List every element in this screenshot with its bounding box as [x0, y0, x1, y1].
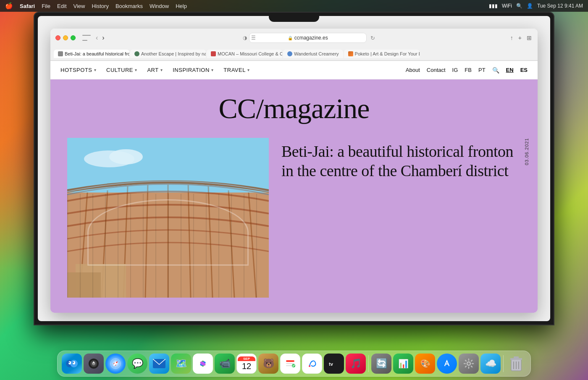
- article-date: 03.06.2021: [524, 138, 529, 165]
- sidebar-toggle[interactable]: [82, 35, 91, 41]
- numbers-icon: 📊: [398, 359, 409, 369]
- finder-icon: [66, 357, 78, 370]
- svg-line-52: [471, 366, 472, 367]
- menubar-datetime: Tue Sep 12 9:41 AM: [537, 3, 583, 9]
- menubar-file[interactable]: File: [42, 3, 50, 9]
- nav-hotspots-label: HOTSPOTS: [60, 67, 92, 73]
- svg-rect-3: [67, 193, 269, 298]
- nav-art[interactable]: ART ▾: [147, 67, 163, 73]
- maps-icon: 🗺️: [176, 358, 187, 369]
- menubar-edit[interactable]: Edit: [57, 3, 66, 9]
- culture-chevron-icon: ▾: [135, 68, 137, 72]
- maximize-button[interactable]: [71, 35, 76, 40]
- menubar-window[interactable]: Window: [150, 3, 169, 9]
- dock-mail[interactable]: [149, 354, 169, 374]
- menubar-help[interactable]: Help: [176, 3, 187, 9]
- nav-culture-label: CULTURE: [106, 67, 133, 73]
- nav-about[interactable]: About: [406, 67, 420, 73]
- article-title[interactable]: Beti-Jai: a beautiful historical fronton…: [281, 142, 521, 180]
- tab-3[interactable]: MOCAN – Missouri College & Career Attain…: [207, 50, 282, 58]
- apple-menu[interactable]: 🍎: [5, 2, 13, 10]
- tab-5[interactable]: Poketo | Art & Design For Your Every Day: [344, 50, 420, 58]
- url-text: ccmagazine.es: [294, 35, 328, 41]
- sidebar-button[interactable]: ⊞: [526, 34, 533, 42]
- hero-image: [67, 138, 269, 298]
- svg-rect-15: [67, 138, 269, 193]
- dock-trash[interactable]: [506, 354, 526, 374]
- dock-migration[interactable]: 🔄: [371, 354, 391, 374]
- dock-safari[interactable]: [105, 354, 126, 374]
- new-tab-button[interactable]: +: [517, 34, 522, 42]
- nav-inspiration[interactable]: INSPIRATION ▾: [173, 67, 213, 73]
- lang-en[interactable]: EN: [506, 67, 514, 73]
- forward-button[interactable]: ›: [100, 33, 106, 42]
- dock-launchpad[interactable]: [84, 354, 104, 374]
- menubar-app-name[interactable]: Safari: [20, 3, 35, 9]
- dock-messages[interactable]: 💬: [127, 354, 147, 374]
- migration-icon: 🔄: [376, 358, 387, 369]
- dock-music[interactable]: 🎵: [346, 354, 366, 374]
- website-content: HOTSPOTS ▾ CULTURE ▾ ART ▾ INSPIRATION: [50, 61, 538, 313]
- menubar: 🍎 Safari File Edit View History Bookmark…: [0, 0, 588, 12]
- safari-window: ‹ › ◑ ☰ 🔒 ccmagazine.es ↻: [50, 29, 538, 313]
- menubar-history[interactable]: History: [92, 3, 108, 9]
- dock-maps[interactable]: 🗺️: [171, 354, 191, 374]
- lang-es[interactable]: ES: [520, 67, 528, 73]
- svg-rect-39: [286, 363, 294, 364]
- dock-facetime[interactable]: 📹: [215, 354, 235, 374]
- privacy-icon: ◑: [243, 35, 247, 41]
- back-button[interactable]: ‹: [94, 33, 100, 42]
- dock-freeform[interactable]: [302, 354, 322, 374]
- nav-culture[interactable]: CULTURE ▾: [106, 67, 137, 73]
- dock-separator-1: [368, 355, 369, 372]
- nav-left: HOTSPOTS ▾ CULTURE ▾ ART ▾ INSPIRATION: [60, 67, 249, 73]
- share-button[interactable]: ↑: [509, 34, 514, 42]
- nav-hotspots[interactable]: HOTSPOTS ▾: [60, 67, 96, 73]
- svg-rect-57: [514, 356, 519, 359]
- close-button[interactable]: [55, 35, 60, 40]
- menubar-user[interactable]: 👤: [527, 3, 533, 9]
- reload-button[interactable]: ↻: [370, 35, 375, 41]
- dock-system-preferences[interactable]: [459, 354, 479, 374]
- nav-pt[interactable]: PT: [478, 67, 486, 73]
- svg-point-21: [73, 362, 74, 363]
- dock-icloud[interactable]: ☁️: [480, 354, 501, 374]
- svg-rect-40: [286, 365, 292, 366]
- dock-photos[interactable]: [193, 354, 213, 374]
- dock-keynote[interactable]: 🎨: [415, 354, 435, 374]
- lock-icon: 🔒: [288, 36, 293, 40]
- tab-4[interactable]: Wanderlust Creamery: [283, 50, 343, 58]
- tab-3-label: MOCAN – Missouri College & Career Attain…: [218, 51, 282, 56]
- tab-2[interactable]: Another Escape | Inspired by nature: [130, 50, 206, 58]
- svg-line-10: [208, 186, 213, 298]
- dock-contacts[interactable]: 🐻: [258, 354, 278, 374]
- dock-calendar[interactable]: SEP 12: [236, 354, 257, 374]
- menubar-search[interactable]: 🔍: [516, 3, 522, 9]
- tab-1-label: Beti-Jai: a beautiful historical fronton…: [65, 51, 129, 56]
- tab-4-label: Wanderlust Creamery: [294, 51, 339, 56]
- nav-ig[interactable]: IG: [452, 67, 458, 73]
- menubar-view[interactable]: View: [74, 3, 85, 9]
- dock-finder[interactable]: [62, 354, 82, 374]
- safari-toolbar: ‹ › ◑ ☰ 🔒 ccmagazine.es ↻: [50, 29, 538, 47]
- nav-arrows: ‹ ›: [94, 33, 106, 42]
- dock-separator-2: [503, 355, 504, 372]
- tab-2-favicon: [134, 51, 139, 56]
- dock-appstore[interactable]: [437, 354, 457, 374]
- svg-line-4: [80, 193, 87, 298]
- nav-contact[interactable]: Contact: [427, 67, 446, 73]
- nav-travel[interactable]: TRAVEL ▾: [223, 67, 249, 73]
- nav-fb[interactable]: FB: [465, 67, 472, 73]
- hero-text-area: Beti-Jai: a beautiful historical fronton…: [281, 138, 521, 180]
- search-icon[interactable]: 🔍: [492, 67, 499, 74]
- address-bar[interactable]: 🔒 ccmagazine.es: [249, 33, 367, 43]
- menubar-left: 🍎 Safari File Edit View History Bookmark…: [5, 2, 187, 10]
- dock-appletv[interactable]: tv: [324, 354, 344, 374]
- hero-body: Beti-Jai: a beautiful historical fronton…: [67, 138, 521, 298]
- menubar-bookmarks[interactable]: Bookmarks: [116, 3, 143, 9]
- tab-1[interactable]: Beti-Jai: a beautiful historical fronton…: [54, 50, 129, 58]
- dock-reminders[interactable]: [280, 354, 300, 374]
- minimize-button[interactable]: [63, 35, 68, 40]
- dock-numbers[interactable]: 📊: [393, 354, 413, 374]
- appletv-icon: tv: [328, 359, 340, 368]
